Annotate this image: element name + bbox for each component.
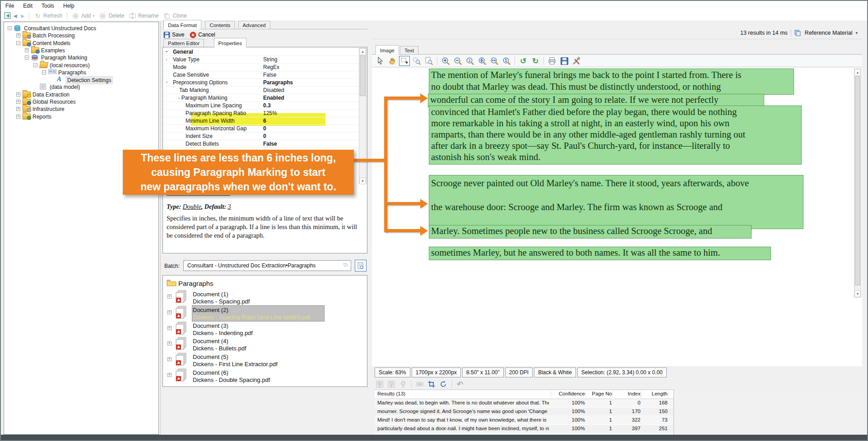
property-row-maximum-horizontal-gap[interactable]: Maximum Horizontal Gap0 <box>164 125 358 133</box>
viewer-tab-text[interactable]: Text <box>400 46 418 55</box>
select-region-tool-icon[interactable] <box>399 56 410 66</box>
rotate-right-icon[interactable]: ↻ <box>530 56 541 66</box>
highlight-tool-icon[interactable] <box>386 380 396 389</box>
collapse-icon[interactable]: − <box>16 41 20 45</box>
document-filename[interactable]: Dickens - First Line Extractor.pdf <box>193 361 278 368</box>
menu-file[interactable]: File <box>1 1 19 9</box>
reference-caret-icon[interactable]: ▾ <box>855 31 858 35</box>
tree-item-batch-processing[interactable]: Batch Processing <box>31 32 76 39</box>
collapse-icon[interactable]: − <box>42 70 46 74</box>
tree-item-content-models[interactable]: Content Models <box>31 40 72 47</box>
viewport-scrollbar[interactable]: ▴ ▾ <box>854 69 861 298</box>
view-document-button[interactable] <box>355 260 367 271</box>
property-row-minimum-line-width[interactable]: Minimum Line Width6 <box>164 117 358 125</box>
undo-icon[interactable]: ↶ <box>455 380 465 389</box>
property-value[interactable]: 6 <box>263 118 357 124</box>
column-header-page-no[interactable]: Page No <box>592 391 612 396</box>
expand-icon[interactable]: + <box>167 357 172 361</box>
column-header-confidence[interactable]: Confidence <box>559 391 585 396</box>
chevron-down-icon[interactable]: › <box>164 82 170 83</box>
property-row-paragraph-marking[interactable]: ›Paragraph MarkingEnabled <box>164 94 358 102</box>
rotate-left-icon[interactable]: ↺ <box>518 56 529 66</box>
property-value[interactable]: False <box>263 141 357 147</box>
collapse-icon[interactable]: − <box>33 63 37 67</box>
result-row[interactable]: Mind! I don't mean to say that I know, o… <box>375 416 673 425</box>
scroll-down-icon[interactable]: ▾ <box>854 290 861 297</box>
column-header-length[interactable]: Length <box>652 391 668 396</box>
tab-contents[interactable]: Contents <box>205 21 235 29</box>
document-title[interactable]: Document (1) <box>193 291 228 298</box>
zoom-actual-icon[interactable]: 1 <box>464 56 475 66</box>
document-title[interactable]: Document (4) <box>193 338 228 345</box>
highlighted-paragraph-5[interactable]: Marley. Sometimes people new to the busi… <box>429 225 752 239</box>
scrollbar-thumb[interactable] <box>855 76 860 285</box>
back-icon[interactable]: ◀ <box>11 12 19 20</box>
tab-advanced[interactable]: Advanced <box>238 21 270 29</box>
property-row-detect-bullets[interactable]: Detect BulletsFalse <box>164 140 358 148</box>
menu-tools[interactable]: Tools <box>37 1 59 9</box>
adjust-tool-icon[interactable] <box>415 380 425 389</box>
subtab-pattern-editor[interactable]: Pattern Editor <box>163 39 204 47</box>
document-filename[interactable]: Dickens - Indenting.pdf <box>193 330 253 336</box>
highlighted-paragraph-4[interactable]: Scrooge never painted out Old Marley's n… <box>429 175 803 229</box>
expand-icon[interactable]: + <box>25 48 29 52</box>
left-splitter[interactable] <box>160 22 161 435</box>
subtab-properties[interactable]: Properties <box>214 38 246 47</box>
clone-button[interactable]: Clone <box>161 12 189 20</box>
expand-icon[interactable]: + <box>16 92 20 96</box>
property-row-paragraph-spacing-ratio[interactable]: Paragraph Spacing Ratio125% <box>164 110 358 117</box>
rename-button[interactable]: Rename <box>126 12 161 20</box>
document-filename[interactable]: Dickens - Double Spacing.pdf <box>193 377 270 383</box>
document-title[interactable]: Document (6) <box>193 369 228 376</box>
add-button[interactable]: Add ▾ <box>70 12 97 20</box>
menu-help[interactable]: Help <box>59 1 79 9</box>
delete-button[interactable]: Delete <box>97 12 126 20</box>
pan-tool-icon[interactable] <box>387 56 398 66</box>
property-row-tab-marking[interactable]: Tab MarkingDisabled <box>164 87 358 94</box>
expand-icon[interactable]: + <box>16 33 20 37</box>
zoom-width-icon[interactable] <box>489 56 500 66</box>
property-value[interactable]: 125% <box>263 110 357 116</box>
refresh-button[interactable]: ↻ Refresh <box>32 12 65 20</box>
chevron-down-icon[interactable]: › <box>177 97 182 99</box>
scroll-up-icon[interactable]: ▴ <box>854 69 861 76</box>
tree-item-examples[interactable]: Examples <box>40 47 66 54</box>
app-navigator-icon[interactable] <box>4 12 11 20</box>
save-button[interactable]: Save <box>163 32 184 38</box>
zoom-out-icon[interactable] <box>452 56 463 66</box>
print-icon[interactable] <box>547 56 557 66</box>
property-row-mode[interactable]: ModeRegEx <box>164 64 358 71</box>
zoom-region-tool-icon[interactable] <box>411 56 422 66</box>
result-row[interactable]: particularly dead about a door-nail. I m… <box>375 425 673 433</box>
batch-combobox[interactable]: Consultant - Unstructured Doc Extraction… <box>183 260 351 271</box>
property-row-case-sensitive[interactable]: Case SensitiveFalse <box>164 71 358 79</box>
tree-item-data-extraction[interactable]: Data Extraction <box>31 91 71 98</box>
highlighted-paragraph-6[interactable]: sometimes Marley, but he answered to bot… <box>429 247 771 260</box>
crop-tool-icon[interactable] <box>427 380 436 389</box>
reference-material-button[interactable]: Reference Material <box>805 30 853 36</box>
highlighted-paragraph-1[interactable]: The mention of Marley's funeral brings m… <box>429 69 794 95</box>
image-tools-icon[interactable] <box>571 56 582 66</box>
forward-icon[interactable]: ▶ <box>19 12 27 20</box>
expand-icon[interactable]: + <box>167 294 172 299</box>
tree-item-infrastructure[interactable]: Infrastructure <box>31 106 66 113</box>
menu-edit[interactable]: Edit <box>19 1 37 9</box>
collapse-icon[interactable]: − <box>8 26 12 30</box>
collapse-icon[interactable]: − <box>25 55 29 60</box>
property-value[interactable]: Disabled <box>263 87 357 93</box>
pointer-tool-icon[interactable] <box>375 56 385 66</box>
property-value[interactable]: RegEx <box>263 64 357 70</box>
zoom-in-icon[interactable] <box>440 56 451 66</box>
expand-icon[interactable]: + <box>16 115 20 119</box>
property-value[interactable]: Enabled <box>263 95 357 101</box>
property-row-maximum-line-spacing[interactable]: Maximum Line Spacing0.3 <box>164 102 358 110</box>
document-filename[interactable]: Dickens - Spacing Ratio (and Line Width)… <box>193 314 310 321</box>
document-title[interactable]: Document (3) <box>193 322 228 329</box>
redact-tool-icon[interactable] <box>375 380 385 389</box>
property-row-preprocessing-options[interactable]: ›Preprocessing OptionsParagraphs <box>164 79 358 87</box>
reload-image-icon[interactable] <box>438 380 448 389</box>
column-header-index[interactable]: Index <box>628 391 641 396</box>
batch-filter-icon[interactable]: ▽⁝ <box>343 262 348 267</box>
property-value[interactable]: False <box>263 72 357 78</box>
expand-icon[interactable]: + <box>167 341 172 345</box>
